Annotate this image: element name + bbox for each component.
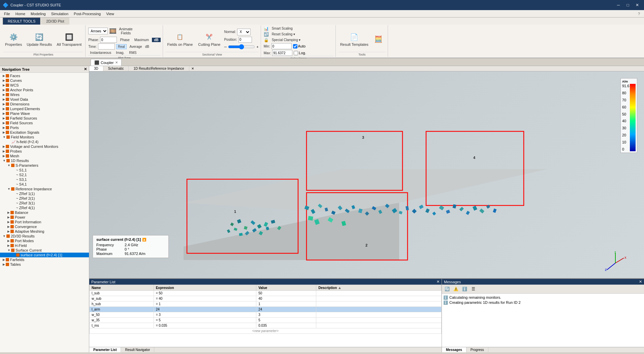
average-btn[interactable]: Average bbox=[128, 44, 144, 49]
normal-dropdown[interactable]: XYZ bbox=[237, 29, 251, 35]
tree-item[interactable]: ▼S-Parameters bbox=[0, 163, 89, 168]
position-slider[interactable] bbox=[228, 44, 255, 50]
tree-item[interactable]: ▶Anchor Points bbox=[0, 88, 89, 92]
tab-2d3d-plot[interactable]: 2D/3D Plot bbox=[41, 18, 69, 25]
tree-item[interactable]: ▶Dimensions bbox=[0, 102, 89, 106]
tree-item[interactable]: ~S4,1 bbox=[0, 182, 89, 187]
tree-item[interactable]: ▶Balance bbox=[0, 210, 89, 215]
phase-input[interactable] bbox=[100, 37, 117, 43]
param-tab-navigator[interactable]: Result Navigator bbox=[121, 347, 154, 352]
tree-item[interactable]: 📈h-field (f=2.4) bbox=[0, 139, 89, 144]
result-templates-button[interactable]: 📄 Result Templates bbox=[339, 27, 370, 51]
time-input[interactable] bbox=[98, 43, 115, 50]
param-panel-close[interactable]: ✕ bbox=[437, 280, 440, 284]
menu-modeling[interactable]: Modeling bbox=[28, 10, 49, 17]
tree-item[interactable]: ▶Curves bbox=[0, 78, 89, 83]
tree-item[interactable]: ~ZRef 2(1) bbox=[0, 196, 89, 201]
calc-button[interactable]: 🧮 bbox=[372, 27, 386, 51]
msg-warning-btn[interactable]: ⚠️ bbox=[452, 285, 459, 293]
info-expand-icon[interactable]: 🔼 bbox=[142, 238, 146, 242]
properties-button[interactable]: ⚙️ Properties bbox=[3, 27, 24, 51]
tree-item[interactable]: ▶Port Modes bbox=[0, 238, 89, 243]
msg-list-btn[interactable]: ☰ bbox=[470, 285, 477, 293]
table-row[interactable]: w_50 = 3 3 bbox=[90, 312, 442, 318]
imag-btn[interactable]: Imag. bbox=[114, 50, 126, 55]
tree-item[interactable]: ~ZRef 3(1) bbox=[0, 201, 89, 205]
msg-info-btn[interactable]: ℹ️ bbox=[461, 285, 468, 293]
tree-item[interactable]: ~S3,1 bbox=[0, 177, 89, 182]
tree-item[interactable]: ▶H-Field bbox=[0, 243, 89, 248]
menu-simulation[interactable]: Simulation bbox=[49, 10, 71, 17]
plot-type-dropdown[interactable]: Arrows bbox=[88, 28, 108, 34]
tree-item[interactable]: ▶Mesh bbox=[0, 154, 89, 158]
doc-tab-close[interactable]: ✕ bbox=[115, 61, 118, 64]
real-btn[interactable]: Real bbox=[116, 44, 127, 49]
special-clamping-btn[interactable]: Special Clamping ▾ bbox=[270, 37, 302, 42]
tree-item[interactable]: ▶Excitation Signals bbox=[0, 130, 89, 135]
tab-result-tools[interactable]: RESULT TOOLS bbox=[3, 18, 40, 25]
rms-btn[interactable]: RMS bbox=[127, 50, 138, 55]
minimize-button[interactable]: ─ bbox=[614, 2, 622, 8]
tree-item[interactable]: ▶Farfield Sources bbox=[0, 116, 89, 121]
update-results-button[interactable]: 🔄 Update Results bbox=[25, 27, 54, 51]
table-row[interactable]: w_sub = 40 40 bbox=[90, 296, 442, 301]
tree-item[interactable]: ▶Adaptive Meshing bbox=[0, 229, 89, 234]
doc-tab-coupler[interactable]: ⬛ Coupler ✕ bbox=[91, 59, 122, 66]
new-param-row[interactable]: <new parameter> bbox=[90, 328, 442, 334]
nav-tree-content[interactable]: ▶Faces▶Curves▶WCS▶Anchor Points▶Wires▶Vo… bbox=[0, 73, 89, 352]
table-row[interactable]: h_sub = 1 1 bbox=[90, 301, 442, 307]
reset-scaling-btn[interactable]: Reset Scaling ▾ bbox=[270, 32, 297, 37]
close-button[interactable]: ✕ bbox=[633, 2, 641, 8]
tree-item[interactable]: ▶Ports bbox=[0, 125, 89, 130]
messages-panel-close[interactable]: ✕ bbox=[639, 280, 642, 284]
animate-fields-button[interactable]: AnimateFields bbox=[118, 26, 133, 36]
menu-home[interactable]: Home bbox=[13, 10, 28, 17]
param-tab-list[interactable]: Parameter List bbox=[89, 347, 121, 352]
tree-item[interactable]: ~S1,1 bbox=[0, 168, 89, 172]
tree-item[interactable]: ▶Farfields bbox=[0, 257, 89, 262]
tree-item[interactable]: ▶Convergence bbox=[0, 224, 89, 229]
tree-item[interactable]: surface current (f=2.4) [1] bbox=[0, 253, 89, 257]
tree-item[interactable]: ▼Reference Impedance bbox=[0, 187, 89, 191]
tree-item[interactable]: ▼Field Monitors bbox=[0, 135, 89, 139]
tree-item[interactable]: ▼2D/3D Results bbox=[0, 234, 89, 238]
tree-item[interactable]: ▼1D Results bbox=[0, 158, 89, 163]
table-row[interactable]: w_35 = 5 5 bbox=[90, 318, 442, 323]
maximize-button[interactable]: □ bbox=[624, 2, 632, 8]
min-input[interactable] bbox=[271, 43, 292, 49]
tree-item[interactable]: ~S2,1 bbox=[0, 172, 89, 177]
menu-post-processing[interactable]: Post-Processing bbox=[71, 10, 103, 17]
auto-checkbox[interactable] bbox=[293, 44, 297, 49]
nav-tree-close[interactable]: ✕ bbox=[84, 67, 87, 71]
max-input[interactable] bbox=[272, 50, 292, 56]
db-button[interactable]: dB bbox=[152, 38, 160, 42]
sub-tab-3d[interactable]: 3D bbox=[89, 66, 103, 71]
all-transparent-button[interactable]: 🔲 All Transparent bbox=[55, 27, 83, 51]
table-row[interactable]: t_ms = 0.035 0.035 bbox=[90, 323, 442, 328]
messages-tab-progress[interactable]: Progress bbox=[466, 347, 488, 352]
position-input[interactable] bbox=[238, 37, 252, 43]
cutting-plane-button[interactable]: ✂️ Cutting Plane bbox=[196, 27, 222, 51]
tree-item[interactable]: ▶Port Information bbox=[0, 220, 89, 224]
tree-item[interactable]: ▶Plane Wave bbox=[0, 111, 89, 116]
sub-tab-close[interactable]: ✕ bbox=[189, 66, 196, 71]
tree-item[interactable]: ▶Wires bbox=[0, 92, 89, 97]
tree-item[interactable]: ▶Lumped Elements bbox=[0, 106, 89, 111]
sub-tab-1d-results[interactable]: 1D Results\Reference Impedance bbox=[129, 66, 189, 71]
tree-item[interactable]: ▶Voxel Data bbox=[0, 97, 89, 102]
tree-item[interactable]: ▶Faces bbox=[0, 73, 89, 78]
tree-item[interactable]: ▶Voltage and Current Monitors bbox=[0, 144, 89, 149]
fields-on-plane-button[interactable]: 📋 Fields on Plane bbox=[166, 27, 195, 51]
smart-scaling-btn[interactable]: Smart Scaling bbox=[270, 26, 294, 31]
maximum-btn[interactable]: Maximum bbox=[133, 37, 151, 42]
tree-item[interactable]: ▶Tables bbox=[0, 262, 89, 267]
tree-item[interactable]: ▶WCS bbox=[0, 83, 89, 88]
table-row[interactable]: l_sub = 50 50 bbox=[90, 291, 442, 296]
tree-item[interactable]: ~ZRef 4(1) bbox=[0, 205, 89, 210]
tree-item[interactable]: ▼Surface Current bbox=[0, 248, 89, 253]
tree-item[interactable]: ~ZRef 1(1) bbox=[0, 191, 89, 196]
log-checkbox[interactable] bbox=[294, 51, 298, 55]
table-row[interactable]: l_arm 24 24 bbox=[90, 307, 442, 312]
sub-tab-schematic[interactable]: Schematic bbox=[103, 66, 129, 71]
tree-item[interactable]: ▶Power bbox=[0, 215, 89, 220]
